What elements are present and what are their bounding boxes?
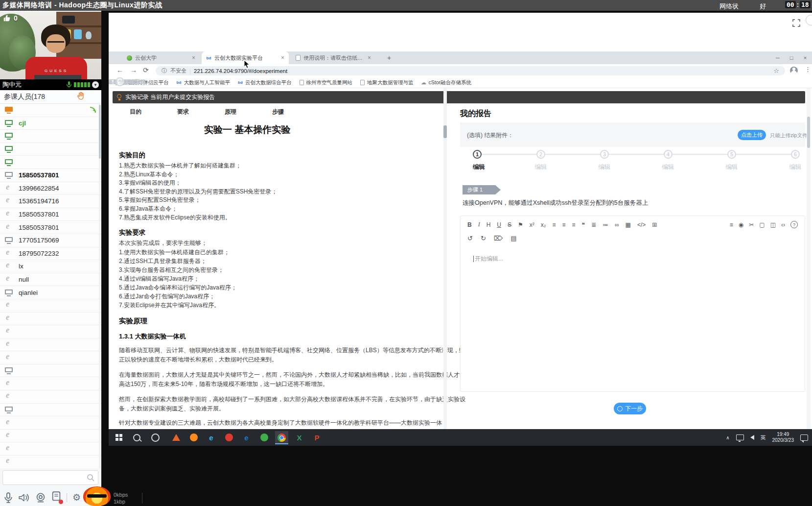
window-maximize-button[interactable]: □ — [785, 51, 798, 64]
unordered-list-icon[interactable]: ≔ — [603, 221, 608, 228]
undo-icon[interactable]: ↺ — [467, 235, 473, 242]
bookmark-bigdata-ai[interactable]: bd 大数据与人工智能平 — [177, 79, 231, 86]
search-input[interactable] — [3, 471, 98, 484]
forward-button[interactable]: → — [130, 66, 137, 74]
like-counter[interactable]: 0 — [3, 14, 18, 22]
participant-row[interactable]: 15850537801 — [0, 221, 101, 234]
heading-icon[interactable]: H — [487, 221, 491, 228]
step-dot[interactable]: 5 — [727, 150, 736, 159]
quote-icon[interactable]: ❝ — [582, 221, 585, 228]
fullscreen-icon[interactable]: ▢ — [759, 221, 765, 228]
tab-close-icon[interactable]: × — [192, 54, 195, 61]
chrome-icon[interactable] — [275, 431, 288, 444]
participant-row[interactable] — [0, 143, 101, 156]
alert-app-icon[interactable] — [169, 431, 183, 444]
bookmark-jingkai-env[interactable]: 经开区智慧环保平台 — [116, 77, 124, 86]
participant-row[interactable] — [0, 156, 101, 169]
save-icon[interactable]: ▤ — [510, 235, 516, 242]
reload-button[interactable]: ⟳ — [143, 66, 149, 74]
input-language[interactable]: 英 — [761, 434, 766, 441]
participant-row[interactable] — [0, 325, 101, 338]
redo-icon[interactable]: ↻ — [481, 235, 486, 242]
participant-row[interactable] — [0, 104, 101, 117]
bookmark-xuzhou-air[interactable]: 徐州市空气质量网站 — [300, 79, 353, 86]
step-dot[interactable]: 3 — [600, 150, 609, 159]
participant-row[interactable]: 15365194716 — [0, 195, 101, 208]
participant-row[interactable]: 18795072232 — [0, 247, 101, 261]
doc-nav-item[interactable]: 原理 — [225, 108, 236, 116]
participant-row[interactable] — [0, 364, 101, 378]
doc-pane-scrollbar[interactable] — [443, 88, 447, 429]
tab-usage-notes[interactable]: 使用说明：请双击信纸表头修改 × — [291, 51, 375, 64]
participant-row[interactable] — [0, 442, 101, 456]
step-dot[interactable]: 1 — [473, 150, 482, 159]
help-icon[interactable]: ? — [790, 221, 798, 228]
participant-row[interactable]: null — [0, 273, 101, 287]
action-center-icon[interactable] — [800, 434, 808, 441]
window-close-button[interactable]: × — [798, 51, 812, 64]
participant-row[interactable]: 15850537801 — [0, 169, 101, 182]
html-icon[interactable]: ‹› — [781, 221, 785, 228]
doc-nav-item[interactable]: 要求 — [177, 108, 189, 116]
tray-chevron-icon[interactable]: ∧ — [726, 435, 729, 440]
participant-row[interactable]: lx — [0, 260, 101, 273]
step-dot[interactable]: 6 — [791, 150, 800, 159]
participant-row[interactable] — [0, 416, 101, 430]
participants-scrollbar[interactable] — [99, 104, 101, 468]
code-icon[interactable]: </> — [637, 221, 646, 228]
participant-row[interactable] — [0, 299, 101, 313]
participant-row[interactable] — [0, 430, 101, 443]
participant-row[interactable]: cjl — [0, 117, 101, 130]
new-tab-button[interactable]: + — [383, 53, 395, 62]
tab-close-icon[interactable]: × — [281, 54, 284, 61]
bookmark-yc-bigdata-platform[interactable]: bd 云创大数据综合平台 — [238, 79, 292, 86]
chevron-down-icon[interactable]: ▼ — [92, 81, 99, 88]
participant-row[interactable] — [0, 130, 101, 143]
link-icon[interactable]: ∞ — [615, 221, 619, 228]
firefox-icon[interactable] — [187, 431, 200, 444]
ie-icon[interactable]: e — [205, 431, 218, 444]
speaker-button[interactable] — [18, 492, 30, 503]
superscript-icon[interactable]: x² — [530, 221, 534, 228]
participant-row[interactable]: 13996622854 — [0, 182, 101, 195]
upload-button[interactable]: 点击上传 — [738, 130, 766, 140]
ordered-list-icon[interactable]: ≣ — [591, 221, 596, 228]
step-dot[interactable]: 4 — [664, 150, 673, 159]
table-icon[interactable]: ⊞ — [652, 221, 657, 228]
start-button[interactable] — [116, 434, 122, 441]
participant-row[interactable]: 15850537801 — [0, 208, 101, 221]
tab-close-icon[interactable]: × — [368, 54, 371, 61]
participant-row[interactable] — [0, 313, 101, 326]
doc-nav-item[interactable]: 步骤 — [272, 108, 284, 116]
page-scrollbar[interactable] — [807, 88, 811, 429]
bold-icon[interactable]: B — [467, 221, 472, 228]
back-button[interactable]: ← — [116, 66, 123, 74]
align-center-icon[interactable]: ≡ — [562, 221, 565, 228]
edge-icon[interactable]: e — [240, 431, 253, 444]
volume-tray-icon[interactable] — [750, 435, 754, 440]
participant-row[interactable] — [0, 338, 101, 352]
red-app-icon[interactable] — [222, 431, 235, 444]
underline-icon[interactable]: U — [497, 221, 501, 228]
bookmark-star-icon[interactable]: ☆ — [773, 67, 779, 74]
mic-button[interactable] — [4, 492, 13, 503]
participant-row[interactable] — [0, 351, 101, 364]
italic-icon[interactable]: I — [478, 221, 480, 228]
window-minimize-button[interactable]: ─ — [771, 51, 785, 64]
excel-icon[interactable]: X — [293, 431, 306, 444]
split-view-icon[interactable]: ◫ — [770, 221, 776, 228]
strike-icon[interactable]: S — [508, 221, 511, 228]
outline-icon[interactable]: ≡ — [730, 221, 733, 228]
preview-icon[interactable]: ◉ — [739, 221, 743, 228]
raise-hand-icon[interactable] — [77, 92, 85, 102]
info-icon[interactable]: ⓘ — [162, 67, 167, 74]
tab-yunchuang-university[interactable]: 云创大学 × — [122, 51, 200, 64]
trash-icon[interactable]: ⌦ — [494, 235, 503, 242]
green-app-icon[interactable] — [257, 431, 271, 444]
gear-icon[interactable]: ⚙ — [72, 493, 81, 502]
taskbar-clock[interactable]: 19:49 2020/3/23 — [772, 432, 794, 444]
network-tray-icon[interactable] — [736, 434, 744, 440]
participant-row[interactable]: 17705175069 — [0, 234, 101, 247]
participant-row[interactable] — [0, 404, 101, 417]
report-editor[interactable]: BIHUS⚑x²x₂≡≡≡❝≣≔∞▦</>⊞ ≡◉✂▢◫‹›? ↺↻⌦▤ 开始编… — [460, 216, 805, 392]
